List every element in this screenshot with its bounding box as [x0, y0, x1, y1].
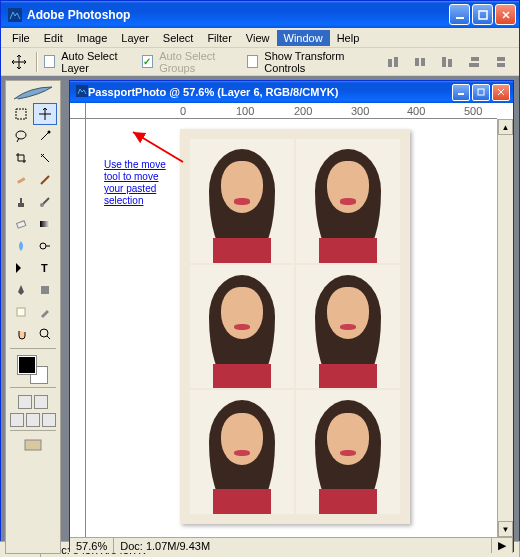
auto-select-layer-checkbox[interactable]: [44, 55, 55, 68]
color-swatches[interactable]: [18, 356, 48, 384]
move-tool-indicator[interactable]: [9, 51, 30, 73]
marquee-tool[interactable]: [9, 103, 33, 125]
healing-tool[interactable]: [9, 169, 33, 191]
menu-view[interactable]: View: [239, 30, 277, 46]
align-button-5[interactable]: [490, 51, 511, 73]
align-button-3[interactable]: [436, 51, 457, 73]
shape-tool[interactable]: [33, 279, 57, 301]
brush-tool[interactable]: [33, 169, 57, 191]
scroll-down-button[interactable]: ▼: [498, 521, 513, 537]
lasso-tool[interactable]: [9, 125, 33, 147]
type-tool[interactable]: T: [33, 257, 57, 279]
doc-minimize-button[interactable]: [452, 84, 470, 101]
blur-tool[interactable]: [9, 235, 33, 257]
auto-select-groups-label: Auto Select Groups: [159, 50, 241, 74]
svg-rect-2: [479, 11, 487, 19]
standard-mode-button[interactable]: [18, 395, 32, 409]
svg-rect-9: [471, 57, 479, 61]
passport-photo: [190, 265, 294, 389]
dodge-tool[interactable]: [33, 235, 57, 257]
app-window: Adobe Photoshop File Edit Image Layer Se…: [0, 0, 520, 557]
pen-tool[interactable]: [9, 279, 33, 301]
screen-mode-2[interactable]: [26, 413, 40, 427]
auto-select-groups-checkbox[interactable]: [142, 55, 153, 68]
feather-icon: [10, 85, 56, 103]
passport-photo: [296, 139, 400, 263]
svg-rect-29: [458, 93, 464, 95]
window-buttons: [449, 4, 516, 25]
document-titlebar[interactable]: PassportPhoto @ 57.6% (Layer 6, RGB/8/CM…: [70, 81, 513, 103]
menu-filter[interactable]: Filter: [200, 30, 238, 46]
zoom-field[interactable]: 57.6%: [70, 538, 114, 553]
maximize-button[interactable]: [472, 4, 493, 25]
ruler-corner[interactable]: [70, 103, 86, 119]
horizontal-ruler[interactable]: 0 100 200 300 400 500: [86, 103, 497, 119]
passport-photo: [296, 390, 400, 514]
menu-file[interactable]: File: [5, 30, 37, 46]
scroll-up-button[interactable]: ▲: [498, 119, 513, 135]
doc-maximize-button[interactable]: [472, 84, 490, 101]
stamp-tool[interactable]: [9, 191, 33, 213]
annotation-arrow-icon: [128, 127, 188, 167]
quickmask-mode-button[interactable]: [34, 395, 48, 409]
svg-rect-4: [394, 57, 398, 67]
menu-edit[interactable]: Edit: [37, 30, 70, 46]
options-bar: Auto Select Layer Auto Select Groups Sho…: [1, 48, 519, 76]
path-tool[interactable]: [9, 257, 33, 279]
screen-mode-1[interactable]: [10, 413, 24, 427]
history-brush-tool[interactable]: [33, 191, 57, 213]
svg-rect-3: [388, 59, 392, 67]
document-window: PassportPhoto @ 57.6% (Layer 6, RGB/8/CM…: [69, 80, 514, 552]
move-tool[interactable]: [33, 103, 57, 125]
svg-rect-7: [442, 57, 446, 67]
menu-help[interactable]: Help: [330, 30, 367, 46]
vertical-ruler[interactable]: [70, 119, 86, 537]
ruler-mark: 300: [351, 105, 369, 117]
photo-page: [180, 129, 410, 524]
screen-mode-3[interactable]: [42, 413, 56, 427]
vertical-scrollbar[interactable]: ▲ ▼: [497, 119, 513, 537]
svg-rect-16: [17, 177, 25, 184]
eraser-tool[interactable]: [9, 213, 33, 235]
gradient-tool[interactable]: [33, 213, 57, 235]
svg-point-14: [16, 131, 26, 139]
eyedropper-tool[interactable]: [33, 301, 57, 323]
close-button[interactable]: [495, 4, 516, 25]
align-button-1[interactable]: [383, 51, 404, 73]
toolbox-divider-2: [10, 387, 56, 388]
align-button-4[interactable]: [463, 51, 484, 73]
canvas[interactable]: Use the move tool to move your pasted se…: [86, 119, 497, 537]
zoom-tool[interactable]: [33, 323, 57, 345]
svg-rect-17: [18, 203, 24, 207]
doc-close-button[interactable]: [492, 84, 510, 101]
notes-tool[interactable]: [9, 301, 33, 323]
status-menu-button[interactable]: ▶: [492, 538, 513, 553]
svg-point-26: [40, 329, 48, 337]
crop-tool[interactable]: [9, 147, 33, 169]
toolbox-divider: [10, 348, 56, 349]
svg-rect-5: [415, 58, 419, 66]
svg-rect-24: [41, 286, 49, 294]
separator: [36, 52, 38, 72]
foreground-color[interactable]: [18, 356, 36, 374]
app-titlebar[interactable]: Adobe Photoshop: [1, 1, 519, 28]
imageready-button[interactable]: [10, 434, 56, 456]
slice-tool[interactable]: [33, 147, 57, 169]
svg-rect-30: [478, 89, 484, 95]
svg-rect-21: [40, 221, 50, 227]
minimize-button[interactable]: [449, 4, 470, 25]
menu-layer[interactable]: Layer: [114, 30, 156, 46]
photo-grid: [180, 129, 410, 524]
menu-image[interactable]: Image: [70, 30, 115, 46]
hand-tool[interactable]: [9, 323, 33, 345]
align-button-2[interactable]: [410, 51, 431, 73]
document-title: PassportPhoto @ 57.6% (Layer 6, RGB/8/CM…: [88, 86, 452, 98]
menu-select[interactable]: Select: [156, 30, 201, 46]
svg-rect-10: [469, 63, 479, 67]
svg-rect-20: [17, 221, 26, 228]
magic-wand-tool[interactable]: [33, 125, 57, 147]
toolbox[interactable]: T: [5, 80, 61, 554]
passport-photo: [296, 265, 400, 389]
show-transform-checkbox[interactable]: [247, 55, 258, 68]
menu-window[interactable]: Window: [277, 30, 330, 46]
